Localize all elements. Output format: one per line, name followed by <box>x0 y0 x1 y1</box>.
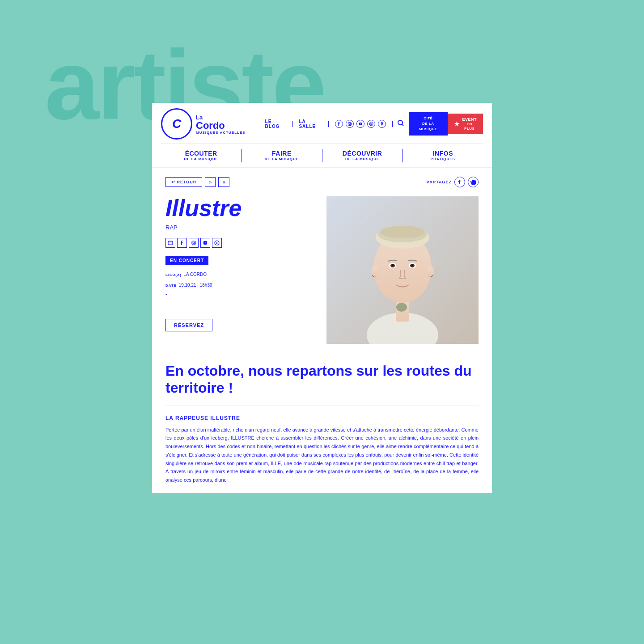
artist-web-icon[interactable] <box>165 238 175 248</box>
concert-venue: LIEU(X) LA CORDO <box>165 270 318 278</box>
venue-label: LIEU(X) <box>165 273 182 277</box>
nav-decouvrir-title: DÉCOUVRIR <box>322 150 402 157</box>
content-area: ↩ RETOUR » « PARTAGEZ Illustre RAP <box>152 168 492 493</box>
cite-label-top: CITÉ <box>424 116 432 120</box>
artist-instagram-icon[interactable] <box>189 238 199 248</box>
event-button[interactable]: ★ EVENT EN PLUS <box>448 114 483 134</box>
share-area: PARTAGEZ <box>427 177 479 187</box>
nav-faire[interactable]: FAIRE DE LA MUSIQUE <box>242 147 322 164</box>
article-main-title: En octobre, nous repartons sur les route… <box>165 362 479 397</box>
youtube-icon[interactable] <box>356 120 364 128</box>
logo-letter: C <box>172 117 181 131</box>
reservez-button[interactable]: RÉSERVEZ <box>165 319 212 331</box>
nav-decouvrir-sub: DE LA MUSIQUE <box>322 157 402 161</box>
event-label: EVENT EN PLUS <box>462 117 477 131</box>
nav-ecouter-title: ÉCOUTER <box>161 150 241 157</box>
svg-point-23 <box>411 264 413 266</box>
artist-spotify-icon[interactable] <box>212 238 222 248</box>
top-nav: LE BLOG LA SALLE <box>259 112 483 135</box>
next-arrow-button[interactable]: » <box>205 177 216 187</box>
search-button[interactable] <box>393 119 409 128</box>
page-nav: ↩ RETOUR » « PARTAGEZ <box>165 177 479 187</box>
svg-point-27 <box>427 266 434 277</box>
artist-youtube-icon[interactable] <box>200 238 210 248</box>
svg-point-8 <box>195 242 195 242</box>
concert-info-extra: - <box>165 291 318 297</box>
prev-arrow-button[interactable]: « <box>218 177 229 187</box>
logo-text: La Cordo MUSIQUES ACTUELLES <box>196 114 246 135</box>
date-label: DATE <box>165 284 177 288</box>
artist-photo <box>326 196 479 344</box>
logo-area: C La Cordo MUSIQUES ACTUELLES <box>161 108 246 140</box>
svg-point-1 <box>349 123 351 125</box>
spotify-icon[interactable] <box>367 120 375 128</box>
artist-layout: Illustre RAP <box>165 196 479 344</box>
artist-info: Illustre RAP <box>165 196 318 344</box>
logo-subtitle: MUSIQUES ACTUELLES <box>196 131 246 135</box>
artist-portrait-svg <box>326 196 479 344</box>
main-nav: ÉCOUTER DE LA MUSIQUE FAIRE DE LA MUSIQU… <box>161 143 483 167</box>
cite-label-bottom: DE LA MUSIQUE <box>419 122 437 131</box>
artist-facebook-icon[interactable] <box>177 238 187 248</box>
location-icon[interactable] <box>378 120 386 128</box>
logo-link[interactable]: C La Cordo MUSIQUES ACTUELLES <box>161 108 246 140</box>
nav-decouvrir[interactable]: DÉCOUVRIR DE LA MUSIQUE <box>322 147 402 164</box>
logo-cordo: Cordo <box>196 121 246 131</box>
facebook-icon[interactable] <box>335 120 343 128</box>
nav-infos-sub: PRATIQUES <box>403 157 483 161</box>
main-content-area: C La Cordo MUSIQUES ACTUELLES LE BLOG LA… <box>152 103 492 493</box>
concert-badge: EN CONCERT <box>165 256 208 265</box>
logo-circle: C <box>161 108 192 140</box>
article-body: Portée par un élan inaltérable, riche d'… <box>165 426 479 484</box>
svg-point-4 <box>398 120 402 125</box>
site-header: C La Cordo MUSIQUES ACTUELLES LE BLOG LA… <box>152 103 492 168</box>
back-button[interactable]: ↩ RETOUR <box>165 177 202 187</box>
svg-point-20 <box>392 264 394 266</box>
social-icons-group <box>329 120 392 128</box>
venue-value: LA CORDO <box>183 272 207 277</box>
artist-name: Illustre <box>165 196 318 220</box>
article-divider-bottom <box>165 406 479 406</box>
cite-button[interactable]: CITÉ DE LA MUSIQUE <box>409 112 448 135</box>
artist-social-icons <box>165 238 318 248</box>
header-top: C La Cordo MUSIQUES ACTUELLES LE BLOG LA… <box>161 103 483 143</box>
artist-genre: RAP <box>165 224 318 231</box>
svg-point-2 <box>351 123 351 123</box>
date-value: 19.10.21 | 18h30 <box>179 283 212 288</box>
artist-photo-inner <box>326 196 479 344</box>
instagram-icon[interactable] <box>346 120 354 128</box>
star-icon: ★ <box>454 120 460 127</box>
nav-infos-title: INFOS <box>403 150 483 157</box>
nav-link-salle[interactable]: LA SALLE <box>292 119 328 129</box>
svg-point-13 <box>396 303 407 312</box>
svg-rect-5 <box>168 241 173 245</box>
svg-point-26 <box>371 266 378 277</box>
article-divider-top <box>165 353 479 353</box>
concert-badge-wrap: EN CONCERT <box>165 256 318 270</box>
svg-point-7 <box>193 242 195 244</box>
svg-point-17 <box>380 226 425 238</box>
nav-link-blog[interactable]: LE BLOG <box>259 119 292 129</box>
concert-date: DATE 19.10.21 | 18h30 <box>165 280 318 288</box>
nav-faire-title: FAIRE <box>242 150 322 157</box>
cta-buttons: CITÉ DE LA MUSIQUE ★ EVENT EN PLUS <box>409 112 483 135</box>
nav-ecouter[interactable]: ÉCOUTER DE LA MUSIQUE <box>161 147 241 164</box>
share-label: PARTAGEZ <box>427 180 452 184</box>
share-facebook-button[interactable] <box>454 177 465 187</box>
nav-infos[interactable]: INFOS PRATIQUES <box>403 147 483 164</box>
page-nav-left: ↩ RETOUR » « <box>165 177 229 187</box>
nav-faire-sub: DE LA MUSIQUE <box>242 157 322 161</box>
article-section-title: LA RAPPEUSE ILLUSTRE <box>165 415 479 421</box>
share-twitter-button[interactable] <box>468 177 479 187</box>
nav-ecouter-sub: DE LA MUSIQUE <box>161 157 241 161</box>
